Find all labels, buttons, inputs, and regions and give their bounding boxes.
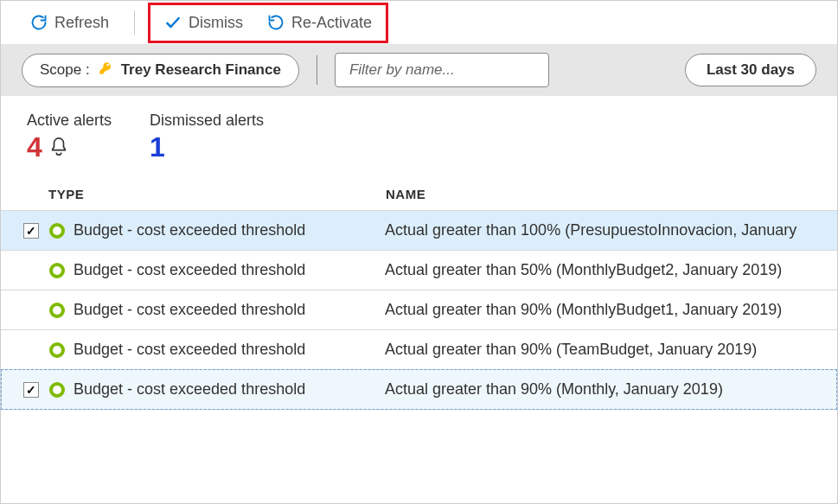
- row-checkbox[interactable]: [23, 382, 39, 398]
- name-cell: Actual greater than 90% (MonthlyBudget1,…: [385, 301, 811, 319]
- type-text: Budget - cost exceeded threshold: [74, 261, 305, 279]
- type-cell: Budget - cost exceeded threshold: [49, 341, 385, 359]
- alerts-table-body: Budget - cost exceeded thresholdActual g…: [1, 210, 837, 410]
- filter-name-input[interactable]: [335, 53, 549, 87]
- scope-value: Trey Research Finance: [121, 61, 281, 79]
- toolbar: Refresh Dismiss Re-Activate: [1, 1, 837, 44]
- filter-separator: [317, 55, 317, 85]
- active-alerts-block: Active alerts 4: [27, 112, 112, 161]
- header-type[interactable]: TYPE: [48, 187, 386, 201]
- type-text: Budget - cost exceeded threshold: [74, 341, 305, 359]
- type-text: Budget - cost exceeded threshold: [74, 301, 305, 319]
- reactivate-label: Re-Activate: [291, 14, 372, 32]
- key-icon: [99, 61, 112, 80]
- alerts-summary: Active alerts 4 Dismissed alerts 1: [1, 96, 837, 171]
- budget-icon: [49, 342, 65, 358]
- reactivate-button[interactable]: Re-Activate: [255, 7, 384, 39]
- table-row[interactable]: Budget - cost exceeded thresholdActual g…: [1, 369, 837, 410]
- table-header: TYPE NAME: [1, 171, 837, 210]
- scope-selector[interactable]: Scope : Trey Research Finance: [22, 54, 299, 87]
- highlighted-actions: Dismiss Re-Activate: [148, 3, 388, 43]
- row-checkbox[interactable]: [23, 223, 39, 239]
- refresh-button[interactable]: Refresh: [18, 7, 121, 39]
- name-cell: Actual greater than 50% (MonthlyBudget2,…: [385, 261, 811, 279]
- table-row[interactable]: Budget - cost exceeded thresholdActual g…: [1, 329, 837, 369]
- refresh-icon: [30, 14, 48, 31]
- name-cell: Actual greater than 90% (Monthly, Januar…: [385, 380, 811, 399]
- type-cell: Budget - cost exceeded threshold: [49, 221, 385, 239]
- type-cell: Budget - cost exceeded threshold: [49, 380, 385, 399]
- type-cell: Budget - cost exceeded threshold: [49, 301, 385, 319]
- scope-label: Scope :: [40, 61, 90, 79]
- toolbar-separator: [134, 10, 135, 35]
- undo-icon: [267, 14, 285, 31]
- dismissed-alerts-block: Dismissed alerts 1: [150, 112, 264, 161]
- checkbox-cell: [13, 223, 49, 239]
- checkmark-icon: [164, 14, 182, 31]
- name-cell: Actual greater than 90% (TeamBudget, Jan…: [385, 341, 811, 359]
- active-alerts-count: 4: [27, 133, 42, 161]
- header-name[interactable]: NAME: [386, 187, 811, 201]
- type-cell: Budget - cost exceeded threshold: [49, 261, 385, 279]
- dismiss-label: Dismiss: [189, 14, 243, 32]
- date-range-selector[interactable]: Last 30 days: [685, 54, 816, 86]
- refresh-label: Refresh: [54, 14, 109, 32]
- dismissed-alerts-label: Dismissed alerts: [150, 112, 264, 130]
- budget-icon: [49, 223, 65, 239]
- filter-bar: Scope : Trey Research Finance Last 30 da…: [1, 44, 837, 96]
- budget-icon: [49, 263, 65, 278]
- bell-icon: [49, 136, 68, 158]
- dismissed-alerts-count: 1: [150, 133, 264, 161]
- checkbox-cell: [13, 382, 49, 398]
- dismiss-button[interactable]: Dismiss: [152, 7, 255, 39]
- active-alerts-label: Active alerts: [27, 112, 112, 130]
- active-alerts-row: 4: [27, 133, 112, 161]
- table-row[interactable]: Budget - cost exceeded thresholdActual g…: [1, 250, 837, 290]
- type-text: Budget - cost exceeded threshold: [74, 380, 305, 399]
- budget-icon: [49, 382, 65, 398]
- budget-icon: [49, 303, 65, 318]
- table-row[interactable]: Budget - cost exceeded thresholdActual g…: [1, 290, 837, 329]
- type-text: Budget - cost exceeded threshold: [74, 221, 305, 239]
- table-row[interactable]: Budget - cost exceeded thresholdActual g…: [1, 210, 837, 250]
- name-cell: Actual greater than 100% (PresupuestoInn…: [385, 221, 811, 239]
